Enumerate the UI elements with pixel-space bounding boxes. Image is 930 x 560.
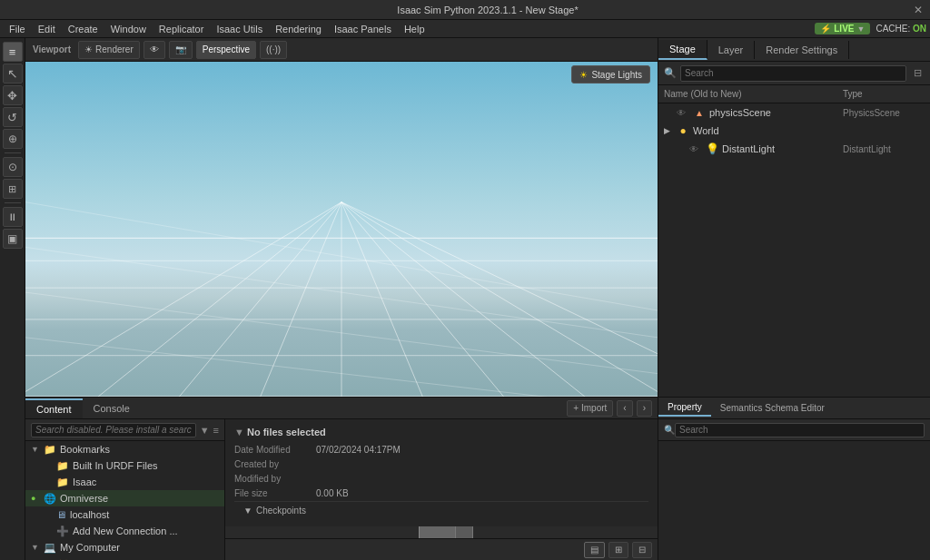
nav-forward-button[interactable]: › bbox=[637, 400, 652, 417]
file-item-bookmarks[interactable]: ▼ 📁 Bookmarks bbox=[25, 441, 224, 457]
tree-type: DistantLight bbox=[843, 144, 925, 154]
toolbar-move-icon[interactable]: ✥ bbox=[3, 85, 23, 105]
file-item-desktop[interactable]: 📁 Desktop bbox=[25, 555, 224, 560]
menu-bar: File Edit Create Window Replicator Isaac… bbox=[0, 20, 930, 38]
property-search-bar: 🔍 bbox=[658, 419, 930, 441]
property-content bbox=[658, 441, 930, 560]
tab-stage[interactable]: Stage bbox=[658, 40, 707, 60]
checkpoints-section: ▼ Checkpoints bbox=[234, 501, 648, 519]
file-item-mycomputer[interactable]: ▼ 💻 My Computer bbox=[25, 539, 224, 555]
view-options-button[interactable]: 👁 bbox=[143, 41, 165, 59]
tree-label: physicsScene bbox=[709, 107, 839, 118]
stage-filter-icon[interactable]: ⊟ bbox=[910, 66, 925, 81]
file-tree: ▼ ≡ ▼ 📁 Bookmarks 📁 Built In URDF bbox=[25, 419, 225, 560]
tree-item-physics-scene[interactable]: 👁 ▲ physicsScene PhysicsScene bbox=[658, 103, 930, 122]
physics-button[interactable]: ((·)) bbox=[260, 41, 287, 59]
tile-view-btn[interactable]: ⊞ bbox=[608, 542, 628, 558]
perspective-button[interactable]: Perspective bbox=[196, 41, 256, 59]
grid-overlay bbox=[25, 62, 658, 397]
toolbar-grid-icon[interactable]: ▣ bbox=[3, 229, 23, 249]
eye-icon[interactable]: 👁 bbox=[689, 144, 702, 154]
toolbar-scale-icon[interactable]: ⊕ bbox=[3, 129, 23, 149]
svg-line-4 bbox=[252, 202, 341, 397]
svg-line-6 bbox=[341, 202, 431, 397]
menu-rendering[interactable]: Rendering bbox=[270, 22, 327, 36]
tab-console[interactable]: Console bbox=[83, 399, 141, 418]
stage-search-input[interactable] bbox=[680, 65, 906, 82]
cache-badge: CACHE: ON bbox=[876, 24, 926, 34]
stage-tree: 👁 ▲ physicsScene PhysicsScene ▶ ● World … bbox=[658, 103, 930, 397]
property-tabs: Property Semantics Schema Editor bbox=[658, 398, 930, 419]
main-layout: ≡ ↖ ✥ ↺ ⊕ ⊙ ⊞ ⏸ ▣ Viewport ☀ Renderer 👁 bbox=[0, 38, 930, 560]
toolbar-snap-icon[interactable]: ⊞ bbox=[3, 179, 23, 199]
tab-semantics[interactable]: Semantics Schema Editor bbox=[711, 400, 834, 416]
viewport-toolbar: Viewport ☀ Renderer 👁 📷 Perspective ((·)… bbox=[25, 38, 658, 62]
menu-edit[interactable]: Edit bbox=[33, 22, 61, 36]
nav-back-button[interactable]: ‹ bbox=[617, 400, 632, 417]
eye-icon: 👁 bbox=[150, 44, 159, 54]
folder-icon: 📁 bbox=[56, 460, 69, 472]
toolbar-menu-icon[interactable]: ≡ bbox=[3, 42, 23, 62]
expand-icon: ● bbox=[31, 494, 40, 503]
detail-view-btn[interactable]: ⊟ bbox=[632, 542, 652, 558]
left-toolbar: ≡ ↖ ✥ ↺ ⊕ ⊙ ⊞ ⏸ ▣ bbox=[0, 38, 25, 560]
file-label: Bookmarks bbox=[60, 444, 110, 455]
content-right: ▼ No files selected Date Modified 07/02/… bbox=[225, 419, 658, 560]
menu-replicator[interactable]: Replicator bbox=[153, 22, 210, 36]
col-name-header: Name (Old to New) bbox=[664, 89, 843, 99]
file-item-isaac[interactable]: 📁 Isaac bbox=[25, 474, 224, 490]
search-icon-small: 🔍 bbox=[664, 425, 675, 435]
camera-button[interactable]: 📷 bbox=[169, 41, 193, 59]
sun-icon-small: ☀ bbox=[579, 70, 588, 80]
eye-icon[interactable]: 👁 bbox=[677, 108, 689, 118]
stage-search-bar: 🔍 ⊟ bbox=[658, 62, 930, 85]
tab-content[interactable]: Content bbox=[25, 398, 83, 418]
menu-isaac-utils[interactable]: Isaac Utils bbox=[211, 22, 268, 36]
omniverse-icon: 🌐 bbox=[44, 493, 56, 505]
tab-layer[interactable]: Layer bbox=[707, 41, 756, 59]
title-bar: Isaac Sim Python 2023.1.1 - New Stage* ✕ bbox=[0, 0, 930, 20]
menu-window[interactable]: Window bbox=[105, 22, 152, 36]
info-row-created: Created by bbox=[234, 457, 648, 472]
svg-line-1 bbox=[25, 202, 341, 397]
stage-table-header: Name (Old to New) Type bbox=[658, 85, 930, 103]
folder-icon: 📁 bbox=[56, 476, 69, 488]
tree-label: World bbox=[693, 125, 839, 136]
content-view-bar: ▤ ⊞ ⊟ bbox=[225, 538, 658, 560]
menu-file[interactable]: File bbox=[4, 22, 31, 36]
file-search-input[interactable] bbox=[31, 423, 196, 437]
menu-help[interactable]: Help bbox=[399, 22, 430, 36]
close-button[interactable]: ✕ bbox=[914, 4, 923, 16]
live-badge: LIVE ▼ bbox=[815, 23, 870, 34]
file-item-urdf[interactable]: 📁 Built In URDF Files bbox=[25, 457, 224, 474]
stage-lights-button[interactable]: ☀ Stage Lights bbox=[571, 65, 650, 84]
import-button[interactable]: + Import bbox=[567, 400, 613, 417]
toolbar-select-icon[interactable]: ↖ bbox=[3, 64, 23, 84]
file-label: Omniverse bbox=[60, 493, 108, 504]
property-panel: Property Semantics Schema Editor 🔍 bbox=[658, 397, 930, 560]
renderer-button[interactable]: ☀ Renderer bbox=[78, 41, 140, 59]
checkpoints-toggle[interactable]: ▼ Checkpoints bbox=[243, 506, 639, 516]
sun-icon: ☀ bbox=[84, 44, 93, 54]
tab-render-settings[interactable]: Render Settings bbox=[755, 41, 849, 59]
menu-isaac-panels[interactable]: Isaac Panels bbox=[329, 22, 397, 36]
info-row-modified: Modified by bbox=[234, 472, 648, 486]
tree-item-distant-light[interactable]: 👁 💡 DistantLight DistantLight bbox=[658, 140, 930, 158]
list-view-btn[interactable]: ▤ bbox=[584, 542, 605, 558]
tree-item-world[interactable]: ▶ ● World bbox=[658, 122, 930, 140]
filter-icon: ▼ bbox=[200, 425, 210, 436]
window-title: Isaac Sim Python 2023.1.1 - New Stage* bbox=[62, 5, 914, 15]
world-icon: ● bbox=[677, 124, 689, 137]
svg-line-7 bbox=[341, 202, 522, 397]
toolbar-rotate-icon[interactable]: ↺ bbox=[3, 107, 23, 127]
file-item-add-connection[interactable]: ➕ Add New Connection ... bbox=[25, 523, 224, 539]
tab-property[interactable]: Property bbox=[658, 399, 711, 417]
file-item-omniverse[interactable]: ● 🌐 Omniverse bbox=[25, 490, 224, 506]
property-search-input[interactable] bbox=[675, 423, 925, 437]
expand-icon: ▶ bbox=[664, 126, 673, 135]
viewport-3d-container[interactable]: ☀ Stage Lights bbox=[25, 62, 658, 397]
menu-create[interactable]: Create bbox=[63, 22, 104, 36]
toolbar-gizmo-icon[interactable]: ⊙ bbox=[3, 157, 23, 177]
toolbar-pause-icon[interactable]: ⏸ bbox=[3, 207, 23, 227]
file-item-localhost[interactable]: 🖥 localhost bbox=[25, 506, 224, 523]
